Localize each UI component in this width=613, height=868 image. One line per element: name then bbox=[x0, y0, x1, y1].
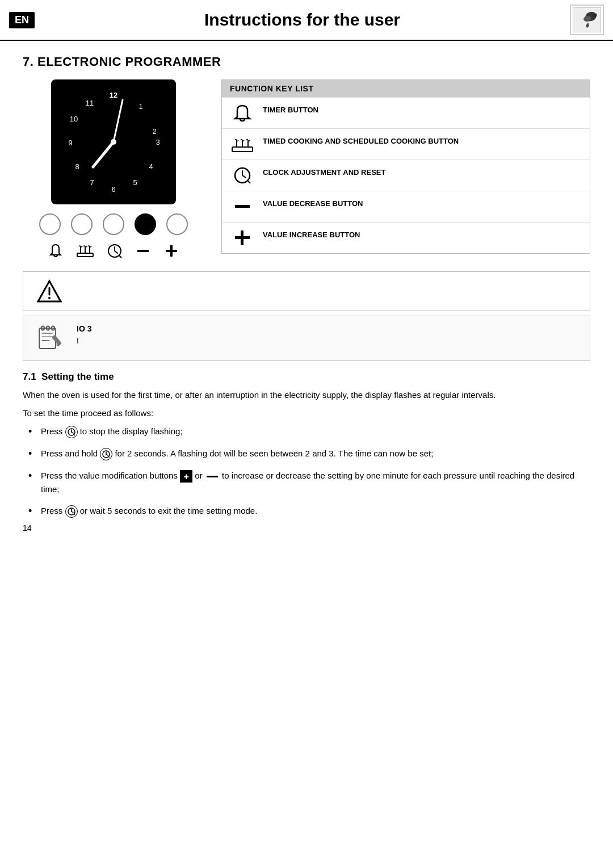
svg-text:4: 4 bbox=[149, 162, 153, 171]
function-icons-row bbox=[48, 243, 179, 259]
clock-display: 12 1 2 3 4 5 6 7 8 9 10 11 bbox=[51, 79, 176, 204]
svg-text:11: 11 bbox=[86, 99, 94, 107]
clock-inline-icon-3 bbox=[65, 505, 78, 518]
bullet-item-1: • Press to stop the display flashing; bbox=[28, 425, 590, 439]
clock-function-icon[interactable] bbox=[107, 243, 123, 259]
svg-text:3: 3 bbox=[156, 138, 159, 146]
body-paragraph-2: To set the time proceed as follows: bbox=[23, 406, 590, 420]
svg-line-34 bbox=[242, 175, 246, 178]
svg-text:8: 8 bbox=[75, 162, 79, 171]
note-detail-text: I bbox=[77, 336, 79, 345]
page-number: 14 bbox=[23, 523, 32, 532]
fkl-plus-icon bbox=[230, 228, 255, 248]
svg-text:12: 12 bbox=[110, 91, 117, 99]
svg-rect-35 bbox=[235, 205, 250, 208]
svg-line-16 bbox=[114, 100, 123, 142]
bell-function-icon[interactable] bbox=[48, 243, 64, 259]
bullet-content-1: Press to stop the display flashing; bbox=[41, 425, 590, 438]
svg-text:5: 5 bbox=[133, 178, 137, 187]
svg-rect-25 bbox=[137, 250, 149, 252]
svg-point-40 bbox=[48, 297, 51, 299]
svg-text:7: 7 bbox=[90, 178, 94, 187]
svg-text:6: 6 bbox=[111, 185, 115, 194]
control-button-5[interactable] bbox=[166, 213, 188, 235]
bullet-content-2: Press and hold for 2 seconds. A flashing… bbox=[41, 447, 590, 460]
fkl-row-timed-cooking: TIMED COOKING AND SCHEDULED COOKING BUTT… bbox=[222, 128, 590, 160]
warning-box bbox=[23, 271, 590, 311]
svg-text:10: 10 bbox=[70, 115, 78, 123]
bullet-dot-1: • bbox=[28, 425, 36, 439]
svg-rect-37 bbox=[241, 230, 243, 245]
svg-text:1: 1 bbox=[138, 102, 142, 111]
warning-icon bbox=[33, 279, 65, 304]
svg-line-58 bbox=[72, 511, 73, 513]
clock-inline-icon-1 bbox=[65, 426, 78, 438]
programmer-layout: 12 1 2 3 4 5 6 7 8 9 10 11 bbox=[23, 79, 590, 259]
svg-line-52 bbox=[72, 432, 73, 433]
control-button-1[interactable] bbox=[39, 213, 61, 235]
bullet-item-2: • Press and hold for 2 seconds. A flashi… bbox=[28, 447, 590, 461]
fkl-timer-icon bbox=[230, 103, 255, 123]
brand-logo bbox=[570, 5, 604, 35]
pencil-notepad-icon bbox=[35, 323, 66, 354]
fkl-increase-label: VALUE INCREASE BUTTON bbox=[263, 228, 582, 240]
bullet-dot-4: • bbox=[28, 504, 36, 518]
svg-rect-45 bbox=[52, 335, 62, 346]
svg-line-55 bbox=[106, 454, 108, 455]
svg-line-15 bbox=[93, 142, 114, 167]
svg-rect-28 bbox=[232, 147, 253, 152]
clock-inline-icon-2 bbox=[100, 448, 112, 460]
fkl-clock-label: CLOCK ADJUSTMENT AND RESET bbox=[263, 166, 582, 178]
control-button-2[interactable] bbox=[71, 213, 93, 235]
fkl-timed-cooking-label: TIMED COOKING AND SCHEDULED COOKING BUTT… bbox=[263, 135, 582, 146]
language-badge: EN bbox=[9, 12, 35, 28]
fkl-clock-icon bbox=[230, 166, 255, 185]
timed-cooking-function-icon[interactable] bbox=[76, 243, 94, 259]
clock-section: 12 1 2 3 4 5 6 7 8 9 10 11 bbox=[23, 79, 204, 259]
svg-rect-18 bbox=[77, 253, 93, 257]
section-title: 7. ELECTRONIC PROGRAMMER bbox=[23, 54, 590, 69]
fkl-minus-icon bbox=[230, 197, 255, 216]
bullet-dot-3: • bbox=[28, 469, 36, 483]
note-bold-text: IO 3 bbox=[77, 324, 91, 333]
minus-inline-icon bbox=[207, 476, 218, 477]
control-button-4[interactable] bbox=[135, 213, 156, 235]
subsection-title: 7.1 Setting the time bbox=[23, 371, 590, 383]
svg-line-24 bbox=[115, 251, 117, 253]
svg-text:9: 9 bbox=[68, 139, 72, 147]
page-header: EN Instructions for the user bbox=[0, 0, 613, 41]
fkl-timed-cooking-icon bbox=[230, 135, 255, 154]
note-icon bbox=[33, 323, 68, 354]
note-box: IO 3 I bbox=[23, 316, 590, 361]
bullet-content-4: Press or wait 5 seconds to exit the time… bbox=[41, 504, 590, 518]
function-key-list: FUNCTION KEY LIST TIMER BUTTON bbox=[221, 79, 590, 254]
page-title: Instructions for the user bbox=[44, 10, 561, 30]
control-buttons-row bbox=[39, 213, 188, 235]
fkl-row-timer: TIMER BUTTON bbox=[222, 97, 590, 128]
fkl-row-clock: CLOCK ADJUSTMENT AND RESET bbox=[222, 160, 590, 191]
bullet-list: • Press to stop the display flashing; • … bbox=[23, 425, 590, 519]
fkl-decrease-label: VALUE DECREASE BUTTON bbox=[263, 197, 582, 209]
fkl-header: FUNCTION KEY LIST bbox=[222, 80, 590, 97]
bird-icon bbox=[573, 7, 601, 32]
svg-rect-27 bbox=[170, 245, 173, 257]
bullet-item-4: • Press or wait 5 seconds to exit the ti… bbox=[28, 504, 590, 518]
bullet-content-3: Press the value modification buttons + o… bbox=[41, 469, 590, 496]
plus-inline-icon: + bbox=[180, 470, 192, 483]
svg-point-17 bbox=[111, 139, 116, 145]
fkl-row-increase: VALUE INCREASE BUTTON bbox=[222, 222, 590, 253]
svg-text:2: 2 bbox=[152, 127, 156, 136]
fkl-timer-label: TIMER BUTTON bbox=[263, 103, 582, 115]
body-paragraph-1: When the oven is used for the first time… bbox=[23, 388, 590, 402]
bullet-item-3: • Press the value modification buttons +… bbox=[28, 469, 590, 496]
plus-function-icon[interactable] bbox=[163, 243, 179, 259]
control-button-3[interactable] bbox=[103, 213, 124, 235]
main-content: 7. ELECTRONIC PROGRAMMER 12 1 2 3 4 5 6 … bbox=[0, 41, 613, 544]
bullet-dot-2: • bbox=[28, 447, 36, 461]
minus-function-icon[interactable] bbox=[135, 243, 151, 259]
note-text: IO 3 I bbox=[77, 323, 580, 347]
fkl-row-decrease: VALUE DECREASE BUTTON bbox=[222, 191, 590, 222]
